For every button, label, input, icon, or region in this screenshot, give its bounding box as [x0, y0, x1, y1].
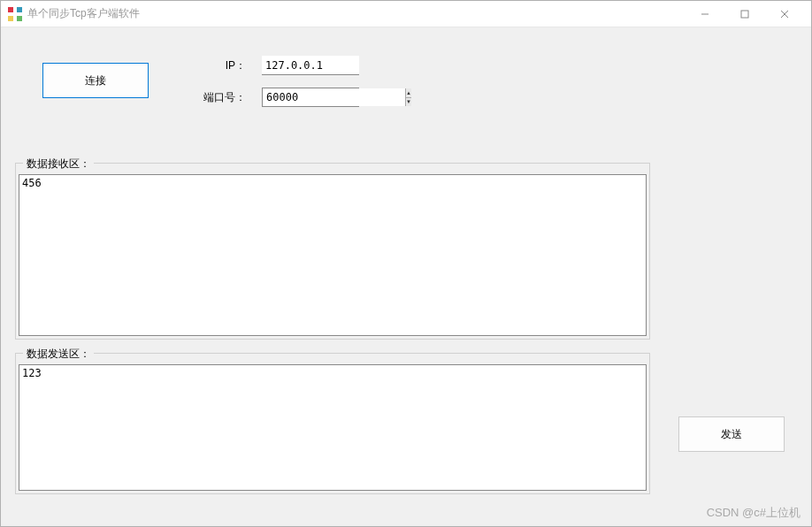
minimize-button[interactable]: [685, 1, 724, 27]
receive-groupbox: 数据接收区：: [15, 163, 650, 340]
send-button[interactable]: 发送: [678, 416, 785, 452]
svg-rect-1: [741, 11, 748, 18]
port-row: 端口号： ▲ ▼: [202, 88, 359, 107]
ip-label: IP：: [202, 58, 246, 73]
receive-textarea[interactable]: [19, 174, 647, 336]
maximize-icon: [740, 10, 749, 19]
window-controls: [685, 1, 804, 27]
maximize-button[interactable]: [724, 1, 764, 27]
client-area: 连接 IP： 端口号： ▲ ▼: [1, 27, 811, 526]
connection-section: 连接 IP： 端口号： ▲ ▼: [11, 38, 801, 116]
receive-label: 数据接收区：: [23, 157, 94, 172]
watermark: CSDN @c#上位机: [707, 505, 801, 521]
minimize-icon: [701, 10, 709, 19]
ip-input[interactable]: [262, 56, 359, 75]
close-button[interactable]: [764, 1, 804, 27]
send-textarea[interactable]: [19, 364, 647, 491]
send-label: 数据发送区：: [23, 347, 94, 362]
app-window: 单个同步Tcp客户端软件 连接 IP： 端口号：: [0, 0, 812, 527]
port-spinner: ▲ ▼: [405, 88, 411, 106]
port-down-button[interactable]: ▼: [406, 98, 411, 107]
window-title: 单个同步Tcp客户端软件: [27, 6, 685, 21]
app-icon: [8, 7, 22, 21]
connection-fields: IP： 端口号： ▲ ▼: [202, 56, 359, 107]
send-groupbox: 数据发送区：: [15, 353, 650, 494]
port-numeric: ▲ ▼: [262, 88, 359, 107]
connect-button[interactable]: 连接: [42, 63, 149, 98]
titlebar: 单个同步Tcp客户端软件: [1, 1, 811, 27]
port-up-button[interactable]: ▲: [406, 88, 411, 98]
ip-row: IP：: [202, 56, 359, 75]
port-label: 端口号：: [202, 90, 246, 105]
close-icon: [780, 10, 789, 19]
port-input[interactable]: [263, 88, 405, 106]
